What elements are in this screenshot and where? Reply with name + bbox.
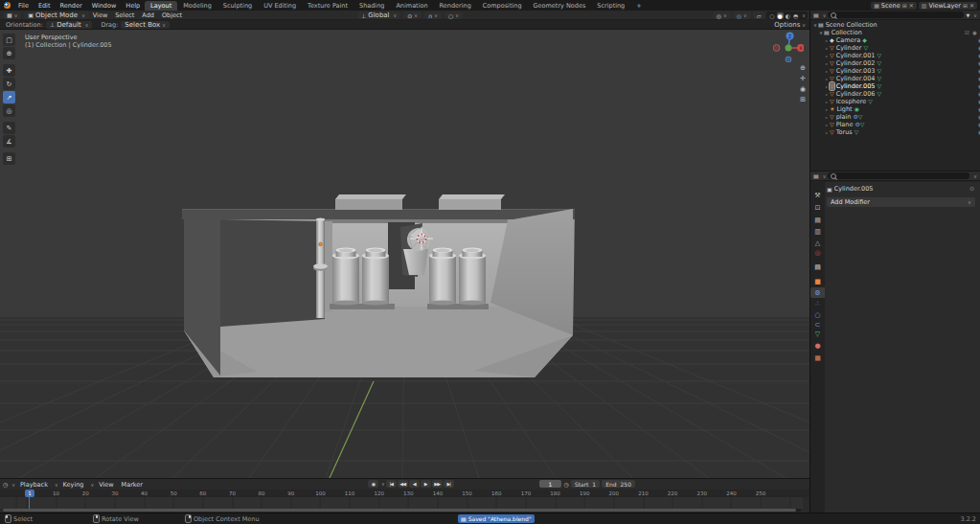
menu-window[interactable]: Window	[87, 2, 122, 10]
outliner-row-cylinder-004[interactable]: ▸ Cylinder.004 ◉▣	[810, 75, 980, 82]
workspace-tab-sculpting[interactable]: Sculpting	[217, 1, 258, 11]
timeline-editor-icon[interactable]: ◷	[3, 481, 8, 488]
pan-hand-icon[interactable]: ✛	[800, 75, 806, 82]
tab-material[interactable]	[810, 340, 825, 351]
view-layer-selector[interactable]: ▥ ViewLayer ⊞ ✕	[919, 2, 977, 10]
timeline-scrollbar[interactable]	[3, 509, 801, 512]
gizmos-toggle[interactable]: ◎∨	[713, 11, 731, 19]
outliner-row-cylinder-003[interactable]: ▸ Cylinder.003 ◉▣	[810, 67, 980, 75]
tab-tool[interactable]	[810, 190, 825, 200]
workspace-tab-compositing[interactable]: Compositing	[477, 1, 528, 11]
tab-object[interactable]	[810, 276, 825, 286]
preview-range-icon[interactable]: ◷	[563, 481, 568, 488]
menu-help[interactable]: Help	[121, 2, 145, 10]
jump-to-end-button[interactable]: ▶|	[444, 480, 454, 488]
tab-particles[interactable]	[810, 298, 825, 308]
proportional-editing-toggle[interactable]: ○∨	[444, 11, 463, 19]
tab-object-data[interactable]	[810, 329, 825, 339]
outliner-row-scene-collection[interactable]: ▼ Scene Collection	[810, 21, 980, 29]
menu-keying[interactable]: Keying	[60, 481, 87, 489]
pivot-point-selector[interactable]: ⊙∨	[403, 11, 422, 19]
menu-edit[interactable]: Edit	[34, 2, 56, 10]
workspace-tab-geometry-nodes[interactable]: Geometry Nodes	[528, 1, 592, 11]
outliner-row-icosphere[interactable]: ▸ Icosphere ◉▣	[810, 98, 980, 105]
menu-view[interactable]: View	[89, 11, 111, 19]
shading-wireframe-button[interactable]: ○	[768, 12, 775, 19]
menu-object[interactable]: Object	[158, 11, 186, 19]
tool-move[interactable]	[3, 64, 15, 77]
camera-view-icon[interactable]: ◉	[800, 85, 806, 93]
menu-add[interactable]: Add	[138, 11, 158, 19]
navigation-gizmo[interactable]: Z X	[773, 32, 804, 62]
play-button[interactable]: ▶	[421, 480, 431, 488]
outliner-search-input[interactable]	[828, 11, 964, 18]
overlays-toggle[interactable]: ◎∨	[733, 11, 751, 19]
3d-viewport[interactable]: User Perspective (1) Collection | Cylind…	[0, 30, 809, 478]
blender-logo-icon[interactable]	[4, 2, 11, 9]
menu-select[interactable]: Select	[111, 11, 138, 19]
play-reverse-button[interactable]: ◀	[409, 480, 420, 488]
current-frame-line[interactable]	[29, 497, 30, 509]
outliner-row-plain[interactable]: ▸ plain ◉▣	[810, 113, 980, 121]
remove-view-layer-icon[interactable]: ✕	[969, 2, 974, 9]
properties-search-input[interactable]	[828, 172, 969, 179]
orthographic-toggle-icon[interactable]: ⊞	[800, 96, 806, 103]
properties-options-caret[interactable]: ∨	[973, 173, 977, 179]
transform-orientation-selector[interactable]: ⊥ Global ∨	[357, 11, 400, 19]
orientation-dropdown[interactable]: ⊥ Default ∨	[46, 21, 92, 29]
snap-toggle[interactable]: ∩∨	[424, 11, 442, 19]
drag-dropdown[interactable]: Select Box ∨	[121, 21, 170, 29]
new-scene-icon[interactable]: ⊞	[902, 2, 907, 9]
properties-editor-icon[interactable]: ▤	[813, 172, 819, 179]
jump-to-start-button[interactable]: |◀	[386, 480, 397, 488]
menu-playback[interactable]: Playback	[17, 481, 51, 489]
tool-annotate[interactable]	[3, 122, 15, 134]
pin-icon[interactable]: ⊙	[969, 185, 974, 192]
tool-rotate[interactable]	[3, 78, 15, 90]
tool-add-cube[interactable]	[3, 152, 15, 165]
outliner-row-cylinder[interactable]: ▸ Cylinder ◉▣	[810, 44, 980, 52]
auto-keying-button[interactable]: ◉	[368, 480, 378, 488]
tab-modifiers[interactable]	[810, 287, 825, 298]
tool-measure[interactable]	[3, 135, 15, 148]
start-frame-field[interactable]: Start 1	[571, 480, 601, 488]
outliner-row-light[interactable]: ▸ Light ◉▣	[810, 105, 980, 113]
add-workspace-button[interactable]: +	[630, 1, 647, 11]
workspace-tab-scripting[interactable]: Scripting	[591, 1, 630, 11]
outliner-row-cylinder-006[interactable]: ▸ Cylinder.006 ◉▣	[810, 90, 980, 98]
prev-keyframe-button[interactable]: ◀◀	[398, 480, 408, 488]
outliner-row-cylinder-005-active[interactable]: ▸ Cylinder.005 ◉▣	[810, 82, 980, 90]
timeline-channel-area[interactable]	[0, 497, 803, 509]
filter-icon[interactable]: ▼	[966, 12, 969, 18]
workspace-tab-texture-paint[interactable]: Texture Paint	[302, 1, 353, 11]
current-frame-field[interactable]: 1	[539, 480, 562, 488]
menu-marker[interactable]: Marker	[119, 481, 146, 489]
tool-select-box[interactable]	[3, 34, 15, 46]
breadcrumb-object-name[interactable]: Cylinder.005	[834, 185, 874, 193]
next-keyframe-button[interactable]: ▶▶	[432, 480, 443, 488]
outliner-editor-icon[interactable]: ▤	[813, 11, 819, 18]
tab-world[interactable]	[810, 247, 825, 258]
outliner-row-camera[interactable]: ▸ Camera ◉▣	[810, 36, 980, 44]
outliner-row-cylinder-001[interactable]: ▸ Cylinder.001 ◉▣	[810, 52, 980, 59]
timeline-scrollbar-thumb[interactable]	[3, 509, 796, 512]
menu-render[interactable]: Render	[55, 2, 86, 10]
end-frame-field[interactable]: End 250	[602, 480, 635, 488]
outliner-options-caret[interactable]: ∨	[973, 12, 977, 18]
add-modifier-button[interactable]: Add Modifier ∨	[827, 197, 975, 207]
shading-rendered-button[interactable]: ◓	[792, 12, 799, 19]
zoom-icon[interactable]: ⊕	[800, 64, 806, 72]
unlink-scene-icon[interactable]: ✕	[909, 2, 914, 9]
tab-output[interactable]	[810, 215, 825, 225]
menu-file[interactable]: File	[13, 2, 34, 10]
shading-solid-button[interactable]: ●	[777, 12, 784, 19]
editor-type-button[interactable]: ▦∨	[3, 11, 21, 19]
tab-view-layer[interactable]	[810, 226, 825, 237]
xray-toggle[interactable]: ▱	[753, 11, 765, 19]
outliner-row-plane[interactable]: ▸ Plane ◉▣	[810, 121, 980, 128]
tab-collection[interactable]	[810, 262, 825, 272]
outliner-row-collection[interactable]: ▼ Collection ☑◉▣	[810, 29, 980, 36]
tab-render[interactable]	[810, 202, 825, 213]
options-dropdown[interactable]: Options	[774, 21, 800, 29]
scene-selector[interactable]: ▦ Scene ⊞ ✕	[871, 2, 917, 10]
